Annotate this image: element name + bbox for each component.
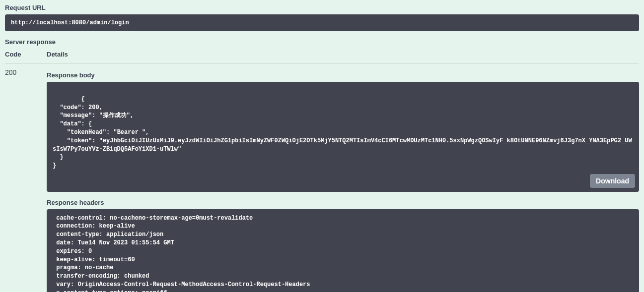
status-code: 200: [5, 68, 16, 76]
download-button[interactable]: Download: [590, 174, 635, 188]
request-url-value: http://localhost:8080/admin/login: [5, 14, 639, 31]
status-code-cell: 200: [5, 68, 47, 292]
response-headers-label: Response headers: [47, 199, 639, 206]
request-url-label: Request URL: [5, 4, 639, 11]
details-column-header: Details: [47, 51, 639, 58]
server-response-label: Server response: [5, 38, 639, 46]
response-table: Code Details 200 Response body { "code":…: [5, 51, 639, 292]
response-data-row: 200 Response body { "code": 200, "messag…: [5, 68, 639, 292]
response-body-label: Response body: [47, 71, 639, 79]
response-body-content: { "code": 200, "message": "操作成功", "data"…: [47, 82, 639, 192]
response-body-text: { "code": 200, "message": "操作成功", "data"…: [53, 96, 632, 169]
code-column-header: Code: [5, 51, 47, 58]
response-header-row: Code Details: [5, 51, 639, 63]
details-cell: Response body { "code": 200, "message": …: [47, 68, 639, 292]
response-headers-content: cache-control: no-cacheno-storemax-age=0…: [47, 209, 639, 292]
